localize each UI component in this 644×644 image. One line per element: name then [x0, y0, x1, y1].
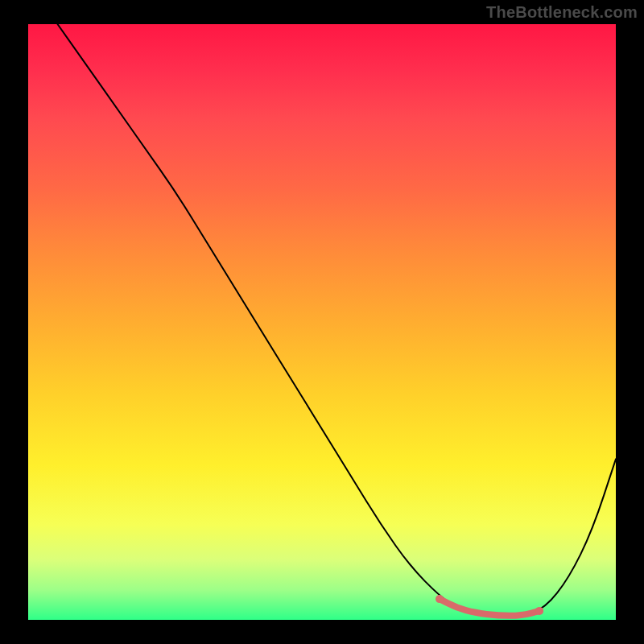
watermark: TheBottleneck.com: [486, 3, 638, 22]
highlight-dot: [436, 595, 444, 603]
highlight-dot: [535, 607, 543, 615]
chart-container: TheBottleneck.com: [0, 0, 644, 644]
main-curve: [58, 24, 617, 617]
highlight-segment: [440, 599, 539, 616]
line-chart-svg: [28, 24, 616, 620]
plot-area: [28, 24, 616, 620]
